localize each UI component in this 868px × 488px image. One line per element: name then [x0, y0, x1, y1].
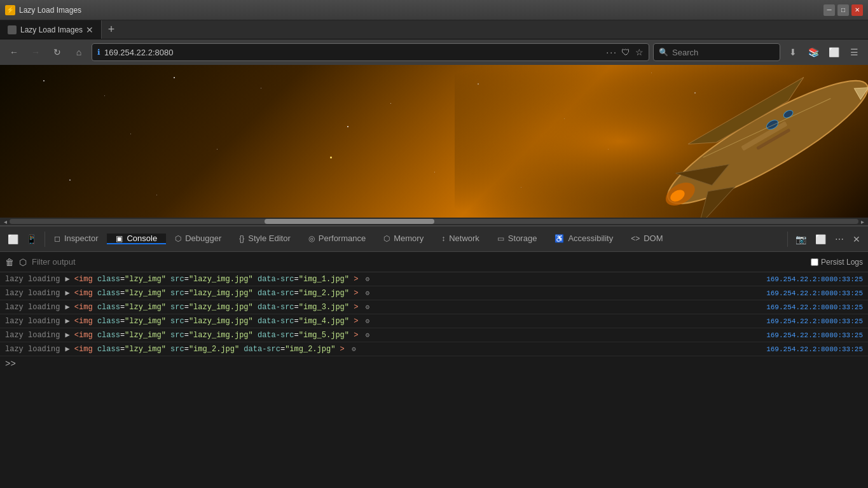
star-icon[interactable]: ☆ [635, 47, 644, 57]
accessibility-tab-icon: ♿ [555, 234, 564, 243]
inspect-element-icon[interactable]: ⬜ [5, 232, 21, 247]
expand-arrow[interactable]: ▶ [65, 275, 74, 284]
inspector-tab-icon: ◻ [54, 234, 60, 243]
scrollbar-track [10, 219, 858, 224]
nav-bar: ← → ↻ ⌂ ℹ 169.254.22.2:8080 ··· 🛡 ☆ 🔍 Se… [0, 39, 868, 65]
scrollbar-thumb[interactable] [265, 219, 434, 224]
responsive-design-icon[interactable]: 📱 [24, 232, 39, 247]
expand-arrow[interactable]: ▶ [65, 303, 74, 312]
tab-debugger[interactable]: ⬡ Debugger [166, 234, 230, 244]
tab-accessibility-label: Accessibility [568, 234, 613, 243]
log-code: ▶ <img class="lzy_img" src="lazy_img.jpg… [65, 288, 766, 298]
log-timestamp: 169.254.22.2:8080:33:25 [766, 331, 863, 339]
tab-network-label: Network [449, 234, 479, 243]
tab-network[interactable]: ↕ Network [432, 234, 488, 244]
log-timestamp: 169.254.22.2:8080:33:25 [766, 303, 863, 311]
console-prompt: >> [0, 356, 868, 372]
close-devtools-icon[interactable]: ✕ [850, 232, 863, 247]
tab-sync-button[interactable]: ⬜ [825, 43, 843, 61]
console-tab-icon: ▣ [116, 234, 123, 243]
tab-console[interactable]: ▣ Console [107, 234, 166, 244]
home-button[interactable]: ⌂ [70, 43, 88, 61]
spaceship-image [455, 65, 868, 218]
log-label: lazy loading [5, 345, 60, 354]
tab-storage[interactable]: ▭ Storage [488, 234, 546, 244]
filter-toggle-icon[interactable]: ⬡ [19, 257, 27, 267]
new-tab-button[interactable]: + [102, 20, 121, 39]
log-code: ▶ <img class="lzy_img" src="lazy_img.jpg… [65, 316, 766, 326]
tab-console-label: Console [127, 234, 157, 243]
persist-logs-checkbox[interactable] [811, 258, 818, 266]
address-bar[interactable]: ℹ 169.254.22.2:8080 ··· 🛡 ☆ [92, 43, 649, 61]
tab-inspector[interactable]: ◻ Inspector [45, 234, 107, 244]
browser-tab-active[interactable]: Lazy Load Images ✕ [0, 20, 102, 39]
devtools-right-icons: 📷 ⬜ ⋯ ✕ [787, 232, 868, 247]
more-options-icon[interactable]: ··· [606, 47, 617, 57]
bookmarks-button[interactable]: 📚 [804, 43, 822, 61]
console-log-row: lazy loading ▶ <img class="lzy_img" src=… [0, 286, 868, 300]
tab-dom[interactable]: <> DOM [622, 234, 672, 244]
prompt-arrow-icon: >> [5, 359, 16, 369]
expand-arrow[interactable]: ▶ [65, 345, 74, 354]
tab-performance[interactable]: ◎ Performance [300, 234, 375, 244]
debugger-tab-icon: ⬡ [175, 234, 181, 243]
persist-logs-label: Persist Logs [821, 258, 863, 267]
menu-button[interactable]: ☰ [845, 43, 863, 61]
log-timestamp: 169.254.22.2:8080:33:25 [766, 289, 863, 297]
console-log-row: lazy loading ▶ <img class="lzy_img" src=… [0, 328, 868, 342]
more-tools-icon[interactable]: ⋯ [832, 232, 846, 247]
storage-tab-icon: ▭ [497, 234, 504, 243]
close-button[interactable]: ✕ [851, 4, 863, 16]
reload-button[interactable]: ↻ [48, 43, 66, 61]
log-code: ▶ <img class="lzy_img" src="img_2.jpg" d… [65, 344, 766, 354]
log-timestamp: 169.254.22.2:8080:33:25 [766, 317, 863, 325]
settings-icon[interactable]: ⚙ [366, 317, 370, 325]
dock-icon[interactable]: ⬜ [813, 232, 829, 247]
console-log-row: lazy loading ▶ <img class="lzy_img" src=… [0, 300, 868, 314]
tab-debugger-label: Debugger [185, 234, 221, 243]
download-button[interactable]: ⬇ [784, 43, 802, 61]
tab-performance-label: Performance [319, 234, 366, 243]
window-controls: ─ □ ✕ [823, 4, 863, 16]
tab-storage-label: Storage [508, 234, 537, 243]
devtools-tabs: ◻ Inspector ▣ Console ⬡ Debugger {} Styl… [45, 234, 787, 244]
log-label: lazy loading [5, 303, 60, 312]
settings-icon[interactable]: ⚙ [352, 345, 356, 353]
settings-icon[interactable]: ⚙ [366, 275, 370, 283]
page-scrollbar-horizontal[interactable]: ◂ ▸ [0, 218, 868, 225]
filter-input[interactable] [32, 257, 806, 267]
log-timestamp: 169.254.22.2:8080:33:25 [766, 345, 863, 353]
log-code: ▶ <img class="lzy_img" src="lazy_img.jpg… [65, 302, 766, 312]
clear-console-icon[interactable]: 🗑 [5, 257, 14, 267]
bookmark-icons: 🛡 ☆ [621, 47, 644, 57]
back-button[interactable]: ← [5, 43, 23, 61]
forward-button[interactable]: → [27, 43, 45, 61]
tab-accessibility[interactable]: ♿ Accessibility [546, 234, 622, 244]
tab-bar: Lazy Load Images ✕ + [0, 20, 868, 39]
expand-arrow[interactable]: ▶ [65, 317, 74, 326]
screenshot-icon[interactable]: 📷 [793, 232, 809, 247]
search-bar[interactable]: 🔍 Search [653, 43, 780, 61]
expand-arrow[interactable]: ▶ [65, 289, 74, 298]
log-label: lazy loading [5, 289, 60, 298]
scroll-left-arrow[interactable]: ◂ [1, 218, 10, 225]
tab-style-editor[interactable]: {} Style Editor [230, 234, 300, 244]
maximize-button[interactable]: □ [837, 4, 849, 16]
console-output: lazy loading ▶ <img class="lzy_img" src=… [0, 272, 868, 372]
style-editor-tab-icon: {} [239, 234, 244, 243]
search-icon: 🔍 [659, 48, 668, 57]
scroll-right-arrow[interactable]: ▸ [858, 218, 867, 225]
console-log-row: lazy loading ▶ <img class="lzy_img" src=… [0, 272, 868, 286]
minimize-button[interactable]: ─ [823, 4, 835, 16]
settings-icon[interactable]: ⚙ [366, 331, 370, 339]
dom-tab-icon: <> [631, 234, 640, 243]
tab-favicon [8, 25, 17, 34]
shield-icon[interactable]: 🛡 [621, 47, 630, 57]
settings-icon[interactable]: ⚙ [366, 289, 370, 297]
tab-inspector-label: Inspector [64, 234, 98, 243]
expand-arrow[interactable]: ▶ [65, 331, 74, 340]
tab-dom-label: DOM [644, 234, 663, 243]
settings-icon[interactable]: ⚙ [366, 303, 370, 311]
tab-close-button[interactable]: ✕ [86, 25, 93, 35]
tab-memory[interactable]: ⬡ Memory [375, 234, 432, 244]
